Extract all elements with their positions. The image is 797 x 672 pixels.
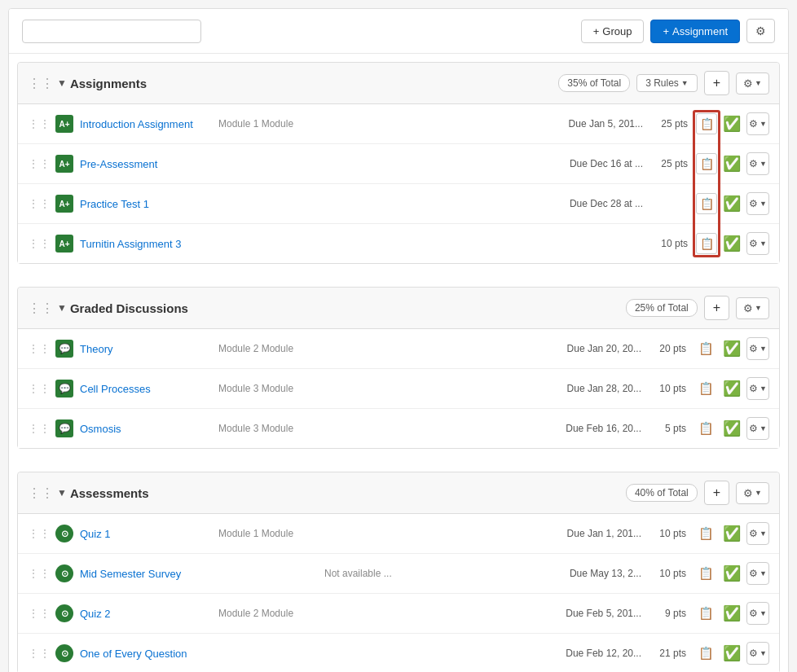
assignment-module: Module 2 Module xyxy=(218,608,324,619)
assignment-name-link[interactable]: Quiz 1 xyxy=(80,528,210,540)
row-actions: 📋 ✅ ⚙ ▼ xyxy=(694,522,769,545)
assignment-due: Due May 13, 2... xyxy=(570,568,641,579)
check-icon[interactable]: ✅ xyxy=(720,522,743,545)
check-icon[interactable]: ✅ xyxy=(720,152,743,175)
assignment-type-icon: ⊙ xyxy=(55,604,73,622)
section-gear-button[interactable]: ⚙ ▼ xyxy=(736,482,769,504)
assignment-type-icon: A+ xyxy=(55,235,73,253)
doc-icon[interactable]: 📋 xyxy=(694,642,717,665)
assignment-name-link[interactable]: Practice Test 1 xyxy=(80,198,210,210)
row-gear-button[interactable]: ⚙ ▼ xyxy=(746,602,769,625)
assignment-pts: 25 pts xyxy=(651,158,688,169)
check-icon[interactable]: ✅ xyxy=(720,417,743,440)
row-drag-handle[interactable]: ⋮⋮ xyxy=(28,197,51,210)
row-gear-button[interactable]: ⚙ ▼ xyxy=(746,337,769,360)
assignment-pts: 10 pts xyxy=(649,568,686,579)
assignment-due: Due Feb 5, 201... xyxy=(566,608,641,619)
section-toggle[interactable]: ▼ xyxy=(57,77,67,89)
assignment-row: ⋮⋮ 💬 Osmosis Module 3 Module Due Feb 16,… xyxy=(18,409,779,448)
assignment-name-link[interactable]: Mid Semester Survey xyxy=(80,568,210,580)
doc-icon[interactable]: 📋 xyxy=(696,193,717,214)
check-icon[interactable]: ✅ xyxy=(720,337,743,360)
row-gear-button[interactable]: ⚙ ▼ xyxy=(746,522,769,545)
group-button[interactable]: + Group xyxy=(581,20,645,43)
row-drag-handle[interactable]: ⋮⋮ xyxy=(28,607,51,620)
doc-icon[interactable]: 📋 xyxy=(694,562,717,585)
percent-badge: 40% of Total xyxy=(626,484,698,502)
plus-icon: + xyxy=(593,25,600,37)
row-gear-button[interactable]: ⚙ ▼ xyxy=(746,642,769,665)
assignment-name-link[interactable]: Pre-Assessment xyxy=(80,158,210,170)
section-gear-button[interactable]: ⚙ ▼ xyxy=(736,72,769,94)
assignment-name-link[interactable]: Cell Processes xyxy=(80,383,210,395)
row-actions: 📋 ✅ ⚙ ▼ xyxy=(696,112,769,135)
row-drag-handle[interactable]: ⋮⋮ xyxy=(28,382,51,395)
add-item-button[interactable]: + xyxy=(704,296,729,320)
percent-badge: 25% of Total xyxy=(626,299,698,317)
assignment-row: ⋮⋮ ⊙ Quiz 2 Module 2 Module Due Feb 5, 2… xyxy=(18,594,779,634)
row-drag-handle[interactable]: ⋮⋮ xyxy=(28,422,51,435)
check-icon[interactable]: ✅ xyxy=(720,377,743,400)
assignment-module: Module 1 Module xyxy=(218,118,324,130)
assignment-name-link[interactable]: Introduction Assignment xyxy=(80,118,210,130)
row-drag-handle[interactable]: ⋮⋮ xyxy=(28,117,51,130)
main-gear-button[interactable]: ⚙ xyxy=(746,19,775,43)
assignment-type-icon: A+ xyxy=(55,115,73,133)
drag-handle[interactable]: ⋮⋮ xyxy=(28,301,54,316)
row-drag-handle[interactable]: ⋮⋮ xyxy=(28,647,51,660)
row-gear-button[interactable]: ⚙ ▼ xyxy=(746,112,769,135)
doc-icon[interactable]: 📋 xyxy=(696,233,717,254)
section-assessments: ⋮⋮ ▼ Assessments 40% of Total + ⚙ ▼ ⋮⋮ ⊙… xyxy=(17,472,780,672)
row-gear-button[interactable]: ⚙ ▼ xyxy=(746,377,769,400)
toolbar-right: + Group + Assignment ⚙ xyxy=(581,19,775,43)
section-title: Assignments xyxy=(70,77,558,90)
doc-icon[interactable]: 📋 xyxy=(694,337,717,360)
assignment-button[interactable]: + Assignment xyxy=(650,20,740,43)
row-gear-button[interactable]: ⚙ ▼ xyxy=(746,562,769,585)
row-drag-handle[interactable]: ⋮⋮ xyxy=(28,237,51,250)
add-item-button[interactable]: + xyxy=(704,481,729,505)
assignment-name-link[interactable]: Osmosis xyxy=(80,423,210,435)
row-drag-handle[interactable]: ⋮⋮ xyxy=(28,527,51,540)
section-gear-button[interactable]: ⚙ ▼ xyxy=(736,297,769,319)
assignment-due: Due Jan 20, 20... xyxy=(567,343,641,354)
drag-handle[interactable]: ⋮⋮ xyxy=(28,76,54,91)
assignment-name-link[interactable]: Quiz 2 xyxy=(80,608,210,620)
row-gear-button[interactable]: ⚙ ▼ xyxy=(746,152,769,175)
search-input[interactable] xyxy=(22,20,201,43)
assignment-type-icon: 💬 xyxy=(55,419,73,437)
check-icon[interactable]: ✅ xyxy=(720,602,743,625)
doc-icon[interactable]: 📋 xyxy=(694,377,717,400)
assignment-name-link[interactable]: Turnitin Assignment 3 xyxy=(80,238,210,250)
assignment-name-link[interactable]: One of Every Question xyxy=(80,648,210,660)
row-gear-button[interactable]: ⚙ ▼ xyxy=(746,232,769,255)
assignment-name-link[interactable]: Theory xyxy=(80,343,210,355)
section-toggle[interactable]: ▼ xyxy=(57,487,67,499)
assignment-type-icon: A+ xyxy=(55,195,73,213)
percent-badge: 35% of Total xyxy=(558,74,630,92)
assignment-label: Assignment xyxy=(672,25,728,37)
drag-handle[interactable]: ⋮⋮ xyxy=(28,485,54,501)
check-icon[interactable]: ✅ xyxy=(720,562,743,585)
row-actions: 📋 ✅ ⚙ ▼ xyxy=(694,642,769,665)
check-icon[interactable]: ✅ xyxy=(720,192,743,215)
doc-icon[interactable]: 📋 xyxy=(696,153,717,174)
row-drag-handle[interactable]: ⋮⋮ xyxy=(28,157,51,170)
doc-icon[interactable]: 📋 xyxy=(694,602,717,625)
assignment-pts: 9 pts xyxy=(649,608,686,619)
check-icon[interactable]: ✅ xyxy=(720,232,743,255)
not-available-text: Not available ... xyxy=(324,568,392,579)
doc-icon[interactable]: 📋 xyxy=(696,113,717,134)
add-item-button[interactable]: + xyxy=(704,71,729,95)
doc-icon[interactable]: 📋 xyxy=(694,417,717,440)
row-gear-button[interactable]: ⚙ ▼ xyxy=(746,192,769,215)
assignment-due: Due Dec 16 at ... xyxy=(570,158,643,169)
section-toggle[interactable]: ▼ xyxy=(57,302,67,314)
row-drag-handle[interactable]: ⋮⋮ xyxy=(28,567,51,580)
row-gear-button[interactable]: ⚙ ▼ xyxy=(746,417,769,440)
check-icon[interactable]: ✅ xyxy=(720,112,743,135)
assignment-row: ⋮⋮ ⊙ Quiz 1 Module 1 Module Due Jan 1, 2… xyxy=(18,514,779,554)
check-icon[interactable]: ✅ xyxy=(720,642,743,665)
row-drag-handle[interactable]: ⋮⋮ xyxy=(28,342,51,355)
doc-icon[interactable]: 📋 xyxy=(694,522,717,545)
